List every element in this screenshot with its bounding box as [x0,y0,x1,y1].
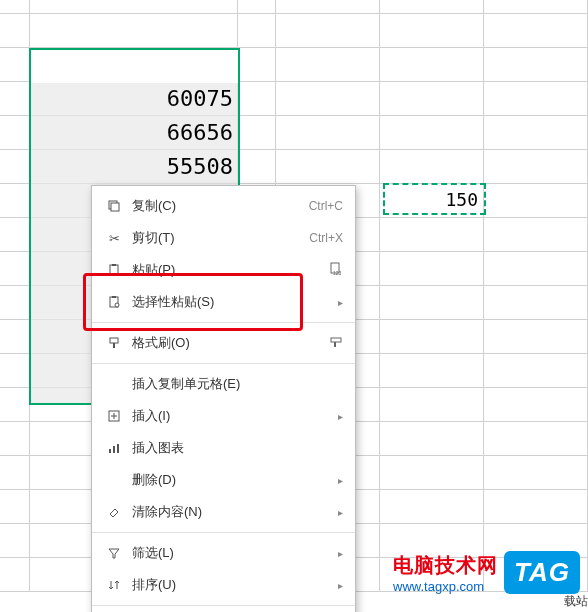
marquee-cell[interactable]: 150 [383,183,486,215]
menu-insert-copied[interactable]: 插入复制单元格(E) [92,368,355,400]
menu-label: 排序(U) [124,576,330,594]
format-painter-icon [104,336,124,350]
cell-value[interactable]: 60075 [33,86,233,111]
format-icon [329,335,343,352]
menu-cut[interactable]: ✂ 剪切(T) Ctrl+X [92,222,355,254]
watermark-title: 电脑技术网 [393,552,498,579]
chevron-right-icon: ▸ [330,475,343,486]
menu-sort[interactable]: 排序(U) ▸ [92,569,355,601]
menu-paste-special[interactable]: 选择性粘贴(S) ▸ [92,286,355,318]
menu-filter[interactable]: 筛选(L) ▸ [92,537,355,569]
svg-rect-2 [110,265,118,275]
svg-rect-17 [113,446,115,453]
filter-icon [104,546,124,560]
menu-insert-chart[interactable]: 插入图表 [92,432,355,464]
menu-paste[interactable]: 粘贴(P) 123 [92,254,355,286]
copy-icon [104,199,124,213]
menu-shortcut: Ctrl+C [309,199,343,213]
menu-label: 删除(D) [124,471,330,489]
menu-label: 清除内容(N) [124,503,330,521]
marquee-value: 150 [445,189,478,210]
menu-label: 筛选(L) [124,544,330,562]
watermark-tag: TAG [504,551,580,594]
svg-rect-16 [109,449,111,453]
insert-icon [104,409,124,423]
chevron-right-icon: ▸ [330,548,343,559]
svg-rect-12 [334,342,336,347]
chevron-right-icon: ▸ [330,507,343,518]
chevron-right-icon: ▸ [330,580,343,591]
watermark-url: www.tagxp.com [393,579,498,594]
svg-point-8 [115,303,119,307]
menu-label: 复制(C) [124,197,309,215]
menu-format-painter[interactable]: 格式刷(O) [92,327,355,359]
svg-rect-11 [331,338,341,342]
chevron-right-icon: ▸ [330,297,343,308]
menu-label: 剪切(T) [124,229,309,247]
chart-icon [104,441,124,455]
menu-label: 格式刷(O) [124,334,329,352]
watermark-dl: 载站 [564,593,588,610]
separator [92,363,355,364]
paste-special-icon [104,295,124,309]
separator [92,322,355,323]
chevron-right-icon: ▸ [330,411,343,422]
watermark: 电脑技术网 www.tagxp.com TAG [393,551,580,594]
menu-label: 插入图表 [124,439,343,457]
menu-label: 粘贴(P) [124,261,329,279]
paste-123-icon: 123 [329,262,343,279]
cell-value[interactable]: 66656 [33,120,233,145]
menu-label: 选择性粘贴(S) [124,293,330,311]
menu-delete[interactable]: 删除(D) ▸ [92,464,355,496]
svg-rect-9 [110,338,118,343]
sort-icon [104,578,124,592]
svg-text:123: 123 [333,270,342,276]
svg-rect-18 [117,444,119,453]
paste-icon [104,263,124,277]
context-menu: 复制(C) Ctrl+C ✂ 剪切(T) Ctrl+X 粘贴(P) 123 选择… [91,185,356,612]
eraser-icon [104,505,124,519]
separator [92,605,355,606]
svg-rect-3 [112,264,116,266]
menu-clear[interactable]: 清除内容(N) ▸ [92,496,355,528]
menu-copy[interactable]: 复制(C) Ctrl+C [92,190,355,222]
menu-label: 插入复制单元格(E) [124,375,343,393]
cell-value[interactable]: 55508 [33,154,233,179]
separator [92,532,355,533]
menu-label: 插入(I) [124,407,330,425]
cut-icon: ✂ [104,231,124,246]
svg-rect-1 [111,203,119,211]
menu-insert[interactable]: 插入(I) ▸ [92,400,355,432]
svg-rect-10 [113,343,115,348]
svg-rect-7 [112,296,116,298]
menu-shortcut: Ctrl+X [309,231,343,245]
